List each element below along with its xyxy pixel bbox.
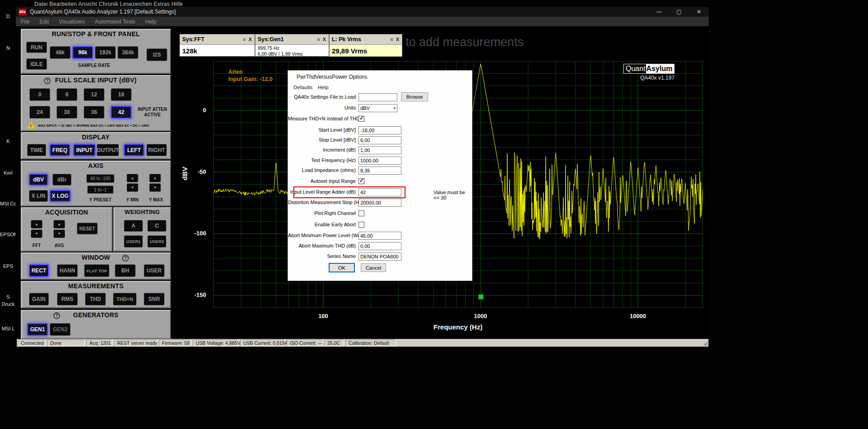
axis-dbr-button[interactable]: dBr [52, 174, 71, 186]
tile-header[interactable]: L: Pk Vrms ≡ X [330, 34, 402, 45]
ok-button[interactable]: OK [329, 263, 354, 272]
input-level-range-adder-field[interactable]: 42 [359, 188, 401, 196]
rate-48k-button[interactable]: 48k [50, 46, 71, 59]
dialog-menu-help[interactable]: Help [318, 85, 329, 90]
cancel-button[interactable]: Cancel [361, 263, 386, 272]
maximize-button[interactable]: ▢ [669, 7, 689, 17]
abort-min-power-field[interactable]: 45,00 [359, 232, 401, 240]
plot-right-channel-checkbox[interactable] [359, 210, 364, 216]
desktop-icon-label[interactable]: Kerl [0, 170, 16, 176]
display-freq-button[interactable]: FREQ [50, 144, 70, 156]
desktop-icon-label[interactable]: Druck [0, 301, 16, 307]
menu-automated-tests[interactable]: Automated Tests [90, 19, 140, 25]
gen2-button[interactable]: GEN2 [50, 323, 71, 336]
desktop-icon-label[interactable]: D [0, 14, 16, 19]
menu-visualizers[interactable]: Visualizers [54, 19, 90, 25]
x-preset-range-button[interactable]: 1 to -1 [87, 186, 113, 194]
avg-down-button[interactable]: ▼ [53, 229, 65, 238]
fsi-0-button[interactable]: 0 [29, 88, 50, 101]
y-max-up-button[interactable]: ▲ [149, 174, 161, 182]
tile-close-icon[interactable]: X [396, 37, 399, 42]
window-flattop-button[interactable]: FLAT TOP [84, 264, 109, 277]
y-max-down-button[interactable]: ▼ [149, 183, 161, 192]
abort-max-thd-field[interactable]: 0,00 [359, 242, 401, 250]
weighting-user2-button[interactable]: USER2 [147, 235, 166, 248]
fsi-42-button[interactable]: 42 [111, 106, 132, 119]
tile-menu-icon[interactable]: ≡ [390, 37, 393, 42]
fsi-18-button[interactable]: 18 [111, 88, 132, 101]
i2s-button[interactable]: I2S [146, 48, 167, 61]
desktop-icon-label[interactable]: MSI Co [0, 201, 16, 206]
load-impedance-field[interactable]: 8,35 [359, 167, 401, 175]
y-min-up-button[interactable]: ▲ [127, 174, 138, 182]
meas-rms-button[interactable]: RMS [57, 293, 78, 305]
tile-close-icon[interactable]: X [323, 37, 326, 42]
tile-header[interactable]: Sys:FFT ≡ X [180, 34, 255, 45]
meas-gain-button[interactable]: GAIN [29, 293, 49, 305]
y-preset-range-button[interactable]: 40 to -160 [86, 174, 114, 183]
tile-menu-icon[interactable]: ≡ [243, 37, 245, 42]
fsi-24-button[interactable]: 24 [29, 106, 50, 119]
window-rect-button[interactable]: RECT [29, 264, 49, 277]
desktop-icon-label[interactable]: MSI L [0, 326, 16, 331]
display-time-button[interactable]: TIME [27, 144, 46, 156]
desktop-icon-label[interactable]: S [0, 294, 16, 300]
dialog-menu-defaults[interactable]: Defaults [293, 85, 312, 90]
menu-file[interactable]: File [16, 19, 34, 25]
rate-192k-button[interactable]: 192k [95, 46, 116, 59]
gen1-button[interactable]: GEN1 [27, 323, 48, 336]
y-min-down-button[interactable]: ▼ [127, 183, 138, 192]
fsi-12-button[interactable]: 12 [84, 88, 104, 101]
reset-button[interactable]: RESET [77, 223, 98, 234]
stop-level-field[interactable]: 6,00 [359, 136, 401, 144]
window-hann-button[interactable]: HANN [57, 264, 78, 277]
desktop-icon-label[interactable]: EPS [0, 263, 16, 269]
help-icon[interactable]: ? [122, 255, 129, 262]
window-user-button[interactable]: USER [144, 264, 165, 277]
resize-grip-icon[interactable]: ◢ [703, 339, 708, 346]
minimize-button[interactable]: — [649, 7, 669, 17]
weighting-a-button[interactable]: A [124, 220, 143, 232]
weighting-c-button[interactable]: C [147, 220, 166, 232]
measure-thdn-checkbox[interactable] [359, 116, 364, 122]
fft-up-button[interactable]: ▲ [31, 220, 42, 229]
fft-down-button[interactable]: ▼ [31, 229, 42, 238]
display-left-button[interactable]: LEFT [124, 144, 144, 156]
tile-close-icon[interactable]: X [249, 37, 252, 42]
tile-sys-fft[interactable]: Sys:FFT ≡ X 128k [179, 34, 255, 57]
desktop-icon-label[interactable]: K [0, 138, 16, 144]
weighting-user1-button[interactable]: USER1 [124, 235, 143, 248]
autoset-input-range-checkbox[interactable] [359, 178, 364, 184]
start-level-field[interactable]: -18,00 [359, 126, 401, 134]
rate-96k-button[interactable]: 96k [72, 46, 93, 59]
axis-dbv-button[interactable]: dBV [29, 174, 48, 186]
display-input-button[interactable]: INPUT [73, 144, 95, 156]
desktop-icon-label[interactable]: N [0, 45, 16, 51]
rate-384k-button[interactable]: 384k [118, 46, 138, 59]
units-select[interactable]: dBV ▾ [359, 104, 397, 112]
fsi-6-button[interactable]: 6 [57, 88, 77, 101]
window-bh-button[interactable]: BH [115, 264, 136, 277]
desktop-icon-label[interactable]: EPSON [0, 232, 16, 237]
meas-thdn-button[interactable]: THD+N [113, 293, 137, 305]
fsi-36-button[interactable]: 36 [84, 106, 104, 119]
test-frequency-field[interactable]: 1000,00 [359, 157, 401, 165]
fsi-30-button[interactable]: 30 [57, 106, 77, 119]
series-name-field[interactable]: DENON POA800 [359, 253, 401, 261]
tile-menu-icon[interactable]: ≡ [317, 37, 320, 42]
settings-file-field[interactable] [359, 93, 397, 101]
marker-icon[interactable] [478, 295, 483, 300]
meas-thd-button[interactable]: THD [85, 293, 106, 305]
idle-button[interactable]: IDLE [26, 58, 47, 70]
menu-edit[interactable]: Edit [34, 19, 54, 25]
distortion-stop-field[interactable]: 20000,00 [359, 199, 401, 207]
axis-xlog-button[interactable]: X LOG [50, 190, 71, 202]
run-button[interactable]: RUN [26, 42, 47, 53]
increment-field[interactable]: 1,00 [359, 146, 401, 154]
close-button[interactable]: ✕ [689, 7, 709, 17]
axis-xlin-button[interactable]: X LIN [29, 190, 48, 202]
avg-up-button[interactable]: ▲ [53, 220, 65, 229]
tile-header[interactable]: Sys:Gen1 ≡ X [255, 34, 329, 45]
display-output-button[interactable]: OUTPUT [97, 144, 119, 156]
display-right-button[interactable]: RIGHT [146, 144, 167, 156]
